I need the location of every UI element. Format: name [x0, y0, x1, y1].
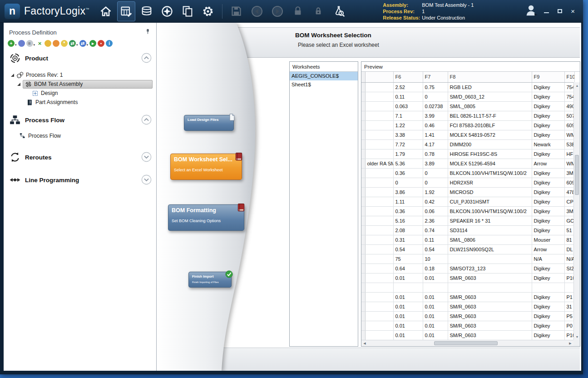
table-cell: 5.16: [393, 216, 423, 225]
scrollbar-thumb[interactable]: [434, 341, 498, 345]
table-row[interactable]: 1.220.46FCI 87583-2010BLFDigikey609: [361, 120, 574, 130]
table-row[interactable]: 0.010.01SM/R_0603DigikeyP10: [361, 273, 574, 283]
table-row[interactable]: 0.640.18SM/SOT23_123DigikeySI2: [361, 264, 574, 273]
column-header[interactable]: F7: [423, 72, 448, 82]
process-definition-icon[interactable]: [117, 1, 135, 21]
table-row[interactable]: 0.010.01SM/R_0603DigikeyP10: [361, 330, 574, 340]
close-icon[interactable]: ×: [571, 8, 575, 15]
collapse-process-flow-button[interactable]: [141, 114, 152, 127]
maximize-icon[interactable]: [558, 9, 562, 13]
table-row[interactable]: 0.540.54DLW21SN900SQ2LArrowDL: [361, 244, 574, 254]
table-cell: [365, 216, 393, 225]
sync-icon[interactable]: ⇄▾: [79, 40, 89, 47]
scroll-down-icon[interactable]: ▼: [574, 333, 580, 340]
table-row[interactable]: 7510N/AN/A: [361, 254, 574, 264]
print-icon[interactable]: ≡▾: [26, 40, 35, 47]
flow-step-load-design-files[interactable]: Load Design Files: [184, 115, 234, 131]
column-header[interactable]: [365, 72, 393, 82]
flower-icon[interactable]: *: [61, 40, 68, 47]
flow-step-finish-import[interactable]: Finish Import Finish Importing of Files: [188, 272, 232, 288]
pin-icon[interactable]: [145, 28, 151, 36]
user-icon[interactable]: [53, 40, 59, 47]
column-header[interactable]: F9: [532, 72, 564, 82]
table-row[interactable]: 0.360.06BLKCON.100/VH/TM1SQ/W.100/2Digik…: [361, 206, 574, 216]
tree-item-design[interactable]: Design: [4, 89, 156, 98]
user-icon[interactable]: [524, 3, 539, 20]
back-icon[interactable]: [248, 1, 266, 21]
column-header[interactable]: F10: [564, 72, 574, 82]
collapse-line-programming-button[interactable]: [141, 174, 152, 187]
table-row[interactable]: 0.310.11SM/L_0806Mouser81: [361, 235, 574, 244]
table-row[interactable]: 0.010.01SM/R_0603Digikey31: [361, 302, 574, 311]
vertical-scrollbar[interactable]: ▲ ▼: [573, 82, 580, 340]
web-icon[interactable]: [18, 40, 25, 47]
expander-icon[interactable]: [17, 83, 20, 86]
collapse-reroutes-button[interactable]: [141, 152, 152, 164]
worksheet-item[interactable]: AEGIS_CONSOLE$: [290, 72, 358, 80]
table-row[interactable]: 1.790.78HIROSE FH19SC-8SDigikeyHF: [361, 149, 574, 159]
table-row[interactable]: 0.110SM/D_0603_12Digikey754: [361, 92, 574, 101]
forward-icon[interactable]: [268, 1, 287, 21]
scrollbar-thumb[interactable]: [575, 155, 579, 195]
scroll-right-icon[interactable]: ▶: [567, 340, 573, 346]
table-row[interactable]: [361, 283, 574, 292]
transfer-icon[interactable]: ⇄▾: [69, 40, 78, 47]
expander-icon[interactable]: [11, 74, 14, 77]
settings-icon[interactable]: [199, 1, 217, 21]
sidebar-section-product[interactable]: Product: [4, 51, 156, 65]
key-icon[interactable]: [44, 40, 51, 47]
save-icon[interactable]: [227, 1, 246, 21]
sidebar-section-line-programming[interactable]: Line Programming: [4, 173, 156, 187]
minimize-icon[interactable]: [544, 12, 549, 13]
table-row[interactable]: 0.010.01SM/R_0603DigikeyP5: [361, 311, 574, 321]
cut-icon[interactable]: ×: [36, 40, 43, 47]
table-row[interactable]: 3.381.41MOLEX 54819-0572DigikeyWM: [361, 130, 574, 139]
tree-item-part-assignments[interactable]: Part Assignments: [4, 98, 156, 107]
row-header: [361, 197, 365, 206]
logo-letter: n: [9, 5, 15, 17]
flow-step-bom-formatting[interactable]: BOM Formatting Set BOM Cleaning Options: [168, 204, 244, 231]
scroll-left-icon[interactable]: ◀: [361, 340, 368, 346]
table-row[interactable]: 2.080.74SD3114Digikey51: [361, 225, 574, 235]
column-header[interactable]: F6: [393, 72, 423, 82]
table-row[interactable]: 7.724.17DIMM200Newark53B: [361, 139, 574, 149]
table-cell: 2.36: [423, 216, 448, 225]
horizontal-scrollbar[interactable]: ◀ ▶: [361, 340, 573, 346]
collapse-product-button[interactable]: [141, 53, 152, 65]
table-row[interactable]: 7.13.99BEL 0826-1L1T-57-FDigikey507: [361, 111, 574, 120]
add-icon[interactable]: +▾: [8, 40, 17, 47]
start-icon[interactable]: ▸: [89, 40, 96, 47]
info-icon[interactable]: i: [106, 40, 113, 47]
documents-icon[interactable]: [178, 1, 197, 21]
tree-item-process-rev[interactable]: Process Rev: 1: [4, 70, 156, 80]
table-row[interactable]: older RA SMD5.363.89MOLEX 51296-4594Arro…: [361, 159, 574, 168]
table-cell: [365, 311, 393, 321]
navigator-icon[interactable]: [158, 1, 176, 21]
sidebar-section-process-flow[interactable]: Process Flow: [4, 113, 156, 127]
table-row[interactable]: 0.010.01SM/R_0603DigikeyP1: [361, 292, 574, 302]
flow-step-bom-worksheet-selection[interactable]: BOM Worksheet Sel... Select an Excel Wor…: [170, 154, 242, 180]
scroll-up-icon[interactable]: ▲: [574, 82, 580, 89]
materials-icon[interactable]: [138, 1, 156, 21]
table-row[interactable]: 0.0630.02738SM/L_0805Digikey490: [361, 101, 574, 111]
table-cell: 0.54: [423, 244, 448, 254]
home-icon[interactable]: [97, 1, 115, 21]
search-icon[interactable]: [330, 1, 348, 21]
tree-item-process-flow[interactable]: Process Flow: [4, 131, 156, 140]
table-row[interactable]: 1.110.42CUI_PJ031HSMTDigikeyCP: [361, 197, 574, 206]
column-header[interactable]: F8: [448, 72, 532, 82]
sidebar-section-reroutes[interactable]: Reroutes: [4, 150, 156, 164]
selected-tree-item[interactable]: BOM Test Assembly: [23, 80, 153, 89]
table-row[interactable]: 00HDR2X5RDigikey609: [361, 178, 574, 187]
worksheet-item[interactable]: Sheet1$: [290, 80, 358, 89]
table-row[interactable]: 2.520.75RGB LEDDigikey754: [361, 82, 574, 92]
table-row[interactable]: 5.162.36SPEAKER 16 * 31DigikeyGC: [361, 216, 574, 225]
table-row[interactable]: 0.360BLKCON.100/VH/TM1SQ/W.100/2Digikey3…: [361, 168, 574, 178]
stop-icon[interactable]: ▪: [98, 40, 104, 47]
table-row[interactable]: 0.010.01SM/R_0603DigikeyP0: [361, 321, 574, 330]
tree-item-bom-test-assembly[interactable]: BOM Test Assembly: [4, 80, 156, 89]
lock-icon[interactable]: [289, 1, 307, 21]
permissions-icon[interactable]: [309, 1, 327, 21]
table-cell: 3.99: [423, 111, 448, 120]
table-row[interactable]: 3.861.92MICROSDDigikey478: [361, 187, 574, 197]
